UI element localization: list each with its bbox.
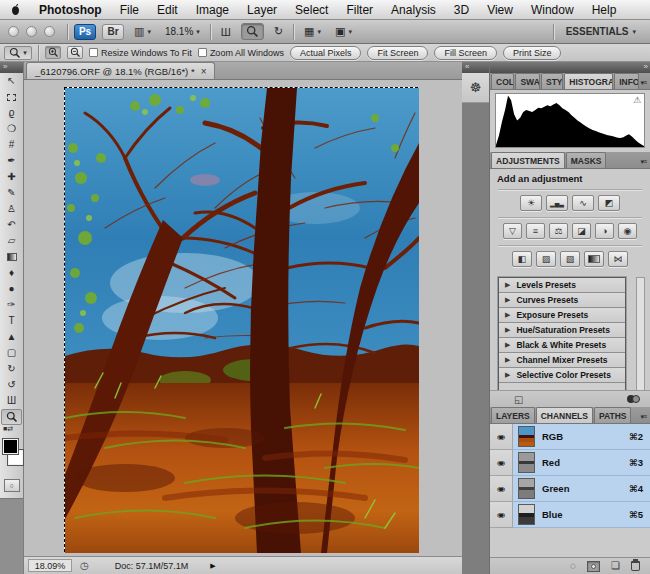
zoom-all-windows-checkbox[interactable]: Zoom All Windows <box>198 48 284 58</box>
visibility-toggle[interactable]: ◉ <box>490 424 513 450</box>
apple-menu-icon[interactable] <box>10 3 21 16</box>
channel-mixer-button[interactable]: ◉ <box>618 223 637 239</box>
canvas-area[interactable] <box>24 80 462 556</box>
tab-histogram[interactable]: HISTOGRAM <box>564 73 613 89</box>
levels-button[interactable]: ▂▅▃ <box>546 195 568 211</box>
rotate-view-button[interactable]: ↻ <box>270 24 287 39</box>
channel-row-blue[interactable]: ◉ Blue ⌘5 <box>490 502 650 528</box>
channel-row-red[interactable]: ◉ Red ⌘3 <box>490 450 650 476</box>
hue-saturation-presets-row[interactable]: ▶Hue/Saturation Presets <box>499 323 625 338</box>
visibility-toggle[interactable]: ◉ <box>490 450 513 476</box>
zoom-out-mode-button[interactable] <box>67 46 83 59</box>
clip-to-layer-icon[interactable] <box>627 395 640 403</box>
tab-swatches[interactable]: SWA <box>515 73 540 89</box>
panel-menu-icon[interactable]: ▾≡ <box>640 158 649 168</box>
exposure-button[interactable]: ◩ <box>598 195 620 211</box>
zoom-tool[interactable] <box>1 409 22 425</box>
blur-tool[interactable]: ♦ <box>0 265 23 281</box>
eyedropper-tool[interactable]: ✒ <box>0 153 23 169</box>
panel-menu-icon[interactable]: ▾≡ <box>640 413 649 423</box>
window-close-button[interactable] <box>8 26 19 37</box>
menu-select[interactable]: Select <box>295 3 328 17</box>
type-tool[interactable]: T <box>0 313 23 329</box>
hand-tool-button[interactable]: Ш <box>217 25 235 39</box>
tools-panel-collapse-grip[interactable]: » <box>0 62 23 73</box>
swap-colors-icon[interactable]: ■⇄ <box>0 425 23 435</box>
dodge-tool[interactable]: ● <box>0 281 23 297</box>
menu-3d[interactable]: 3D <box>454 3 469 17</box>
selective-color-button[interactable]: ⋈ <box>608 251 628 267</box>
menu-image[interactable]: Image <box>196 3 229 17</box>
curves-button[interactable]: ∿ <box>572 195 594 211</box>
history-brush-tool[interactable]: ↶ <box>0 217 23 233</box>
panel-dock-collapse-grip[interactable]: » <box>490 62 650 73</box>
gradient-map-button[interactable] <box>584 251 604 267</box>
crop-tool[interactable]: # <box>0 137 23 153</box>
3d-orbit-tool[interactable]: ↺ <box>0 377 23 393</box>
screen-mode-button[interactable]: ▣ ▾ <box>331 24 356 39</box>
tab-paths[interactable]: PATHS <box>594 407 632 423</box>
vibrance-button[interactable]: ▽ <box>503 223 522 239</box>
menu-window[interactable]: Window <box>531 3 574 17</box>
move-tool[interactable]: ↖ <box>0 73 23 89</box>
channel-mixer-presets-row[interactable]: ▶Channel Mixer Presets <box>499 353 625 368</box>
visibility-toggle[interactable]: ◉ <box>490 476 513 502</box>
save-as-mask-icon[interactable] <box>587 561 600 572</box>
tab-layers[interactable]: LAYERS <box>491 407 535 423</box>
gradient-tool[interactable] <box>0 249 23 265</box>
marquee-tool[interactable] <box>0 89 23 105</box>
3d-rotate-tool[interactable]: ↻ <box>0 361 23 377</box>
clone-stamp-tool[interactable]: ♙ <box>0 201 23 217</box>
brush-tool[interactable]: ✎ <box>0 185 23 201</box>
icon-dock-collapse-grip[interactable]: « <box>462 62 489 73</box>
arrange-documents-button[interactable]: ▦ ▾ <box>300 24 325 39</box>
eraser-tool[interactable]: ▱ <box>0 233 23 249</box>
close-icon[interactable]: × <box>201 66 207 77</box>
resize-windows-checkbox[interactable]: Resize Windows To Fit <box>89 48 192 58</box>
print-size-button[interactable]: Print Size <box>503 46 562 60</box>
quick-mask-button[interactable]: ○ <box>4 479 20 492</box>
shape-tool[interactable]: ▢ <box>0 345 23 361</box>
workspace-switcher[interactable]: ESSENTIALS ▾ <box>560 24 642 39</box>
brightness-contrast-button[interactable]: ☀ <box>520 195 542 211</box>
tab-color[interactable]: COL <box>491 73 514 89</box>
menu-file[interactable]: File <box>120 3 139 17</box>
zoom-level-control[interactable]: 18.1% ▾ <box>161 25 204 38</box>
exposure-presets-row[interactable]: ▶Exposure Presets <box>499 308 625 323</box>
status-popup-arrow-icon[interactable]: ▶ <box>210 562 215 570</box>
black-white-button[interactable]: ◪ <box>572 223 591 239</box>
visibility-toggle[interactable]: ◉ <box>490 502 513 528</box>
pen-tool[interactable]: ✑ <box>0 297 23 313</box>
foreground-color-swatch[interactable] <box>3 439 18 454</box>
launch-bridge-button[interactable]: Br <box>102 24 124 40</box>
black-white-presets-row[interactable]: ▶Black & White Presets <box>499 338 625 353</box>
hand-tool[interactable]: Ш <box>0 393 23 409</box>
tab-channels[interactable]: CHANNELS <box>536 407 593 423</box>
delete-channel-icon[interactable] <box>631 561 640 571</box>
document-tab[interactable]: _6120796.ORF @ 18.1% (RGB/16*) * × <box>26 62 215 79</box>
zoom-in-mode-button[interactable] <box>45 46 61 59</box>
presets-scrollbar[interactable] <box>636 277 645 393</box>
lasso-tool[interactable]: ϱ <box>0 105 23 121</box>
threshold-button[interactable]: ▧ <box>560 251 580 267</box>
quick-selection-tool[interactable]: ❍ <box>0 121 23 137</box>
path-selection-tool[interactable]: ▲ <box>0 329 23 345</box>
invert-button[interactable]: ◧ <box>512 251 532 267</box>
adjustments-dock-button[interactable]: ☸ <box>462 73 489 103</box>
healing-brush-tool[interactable]: ✚ <box>0 169 23 185</box>
zoom-tool-button[interactable] <box>241 23 264 40</box>
window-zoom-button[interactable] <box>44 26 55 37</box>
curves-presets-row[interactable]: ▶Curves Presets <box>499 293 625 308</box>
load-selection-icon[interactable]: ◌ <box>570 561 576 571</box>
window-minimize-button[interactable] <box>26 26 37 37</box>
hue-saturation-button[interactable]: ≡ <box>526 223 545 239</box>
posterize-button[interactable]: ▨ <box>536 251 556 267</box>
tab-info[interactable]: INFO <box>614 73 639 89</box>
panel-menu-icon[interactable]: ▾≡ <box>640 79 649 89</box>
document-image[interactable] <box>64 87 418 552</box>
menu-photoshop[interactable]: Photoshop <box>39 3 102 17</box>
current-tool-preview[interactable]: ▾ <box>4 46 32 60</box>
channel-row-green[interactable]: ◉ Green ⌘4 <box>490 476 650 502</box>
channel-row-rgb[interactable]: ◉ RGB ⌘2 <box>490 424 650 450</box>
fit-screen-button[interactable]: Fit Screen <box>367 46 428 60</box>
